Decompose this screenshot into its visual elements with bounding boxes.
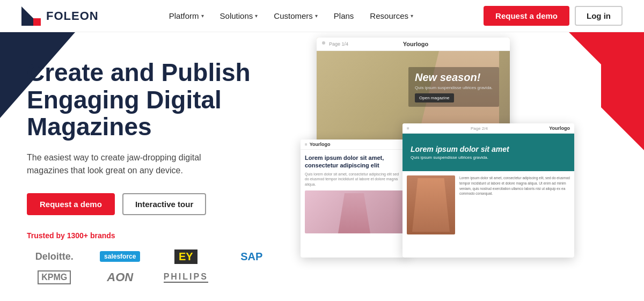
chevron-down-icon: ▾: [255, 13, 258, 19]
mag-open-button[interactable]: Open magazine: [415, 93, 453, 102]
mag-sr-portrait: [407, 175, 455, 234]
hero-request-demo-button[interactable]: Request a demo: [27, 193, 115, 215]
hero-buttons: Request a demo Interactive tour: [27, 193, 279, 215]
hero-subtitle: The easiest way to create jaw-dropping d…: [27, 151, 241, 177]
nav-platform[interactable]: Platform ▾: [169, 11, 204, 20]
mag-sr-banner-title: Lorem ipsum dolor sit amet: [411, 145, 566, 153]
mag-sr-page-info: Page 2/4: [471, 126, 488, 131]
mag-sm-left-text: Quis lorem dolor sit amet, consectetur a…: [305, 172, 404, 187]
mag-sr-content: Lorem ipsum dolor sit amet, consectetur …: [402, 171, 574, 239]
brands-grid: Deloitte. salesforce EY SAP KPMG AON PHI…: [27, 249, 279, 284]
hero-section: Create and Publish Engaging Digital Maga…: [0, 32, 644, 301]
trusted-label: Trusted by 1300+ brands: [27, 231, 279, 240]
mag-sm-left-logo: Yourlogo: [310, 142, 331, 147]
nav-login-button[interactable]: Log in: [575, 6, 623, 26]
brand-ey: EY: [158, 249, 214, 264]
mag-dot-1: [322, 41, 325, 45]
chevron-down-icon: ▾: [315, 13, 318, 19]
nav-solutions[interactable]: Solutions ▾: [220, 11, 258, 20]
mag-sm-left-body: Lorem ipsum dolor sit amet, consectetur …: [301, 150, 408, 238]
mag-overlay: New season! Quis ipsum suspendisse ultri…: [408, 67, 499, 107]
mag-sr-header: ≡ Page 2/4 Yourlogo: [402, 123, 574, 134]
mag-sm-left-image: [305, 190, 404, 233]
brand-kpmg: KPMG: [27, 270, 82, 284]
nav-resources[interactable]: Resources ▾: [370, 11, 413, 20]
brand-salesforce: salesforce: [93, 251, 148, 262]
nav-plans[interactable]: Plans: [334, 11, 354, 20]
logo-icon: [21, 6, 41, 26]
logo-text: FOLEON: [46, 9, 99, 23]
nav-request-demo-button[interactable]: Request a demo: [484, 6, 569, 26]
mag-overlay-title: New season!: [415, 71, 493, 84]
mag-sr-banner-subtitle: Quis ipsum suspendisse ultrices gravida.: [411, 155, 566, 160]
mag-sm-left-header: ≡ Yourlogo: [301, 140, 408, 150]
nav-customers[interactable]: Customers ▾: [274, 11, 318, 20]
mag-sm-left-title: Lorem ipsum dolor sit amet, consectetur …: [305, 154, 404, 170]
navigation: FOLEON Platform ▾ Solutions ▾ Customers …: [0, 0, 644, 32]
nav-links: Platform ▾ Solutions ▾ Customers ▾ Plans…: [169, 11, 413, 20]
hero-magazine-preview: Page 1/4 Yourlogo New season! Quis ipsum…: [301, 32, 644, 301]
hero-interactive-tour-button[interactable]: Interactive tour: [122, 193, 206, 215]
hero-content-left: Create and Publish Engaging Digital Maga…: [0, 32, 301, 301]
magazine-small-right: ≡ Page 2/4 Yourlogo Lorem ipsum dolor si…: [402, 123, 574, 258]
mag-main-logo: Yourlogo: [403, 41, 428, 47]
brand-sap: SAP: [224, 251, 280, 263]
brand-deloitte: Deloitte.: [27, 251, 82, 262]
mag-page-info: Page 1/4: [329, 41, 348, 47]
mag-sr-portrait-face: [412, 178, 450, 232]
chevron-down-icon: ▾: [411, 13, 413, 19]
mag-sr-logo: Yourlogo: [549, 126, 570, 131]
brand-philips: PHILIPS: [158, 272, 214, 283]
magazine-small-left: ≡ Yourlogo Lorem ipsum dolor sit amet, c…: [301, 140, 408, 258]
nav-actions: Request a demo Log in: [484, 6, 623, 26]
mag-header-dots: Page 1/4: [322, 41, 348, 47]
chevron-down-icon: ▾: [201, 13, 204, 19]
mag-main-header: Page 1/4 Yourlogo: [317, 38, 510, 51]
mag-sr-banner: Lorem ipsum dolor sit amet Quis ipsum su…: [402, 134, 574, 171]
hero-title: Create and Publish Engaging Digital Maga…: [27, 59, 279, 141]
logo-area[interactable]: FOLEON: [21, 6, 99, 26]
mag-sr-body-text: Lorem ipsum dolor sit amet, consectetur …: [459, 175, 570, 234]
mag-sm-girl-silhouette: [338, 193, 370, 233]
brand-aon: AON: [93, 270, 148, 284]
mag-overlay-subtitle: Quis ipsum suspendisse ultrices gravida.: [415, 85, 493, 90]
